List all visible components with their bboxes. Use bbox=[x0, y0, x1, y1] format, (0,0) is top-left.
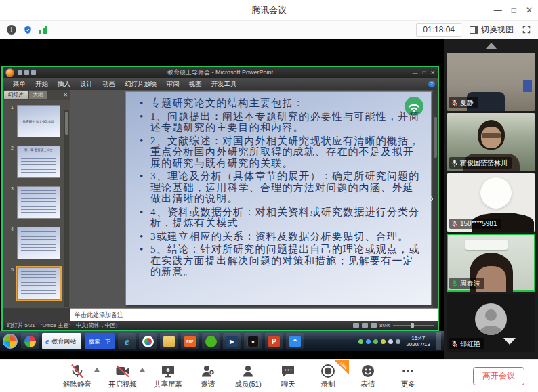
ppt-close-button[interactable]: ✕ bbox=[430, 70, 435, 76]
video-options-caret[interactable] bbox=[140, 368, 145, 372]
editor-scrollbar[interactable] bbox=[433, 90, 438, 308]
participant-name-badge: 霍俊国嵆嵆林川 bbox=[449, 157, 512, 169]
panel-close-icon[interactable]: ✕ bbox=[63, 92, 68, 98]
meeting-info-icon[interactable]: i bbox=[7, 25, 16, 35]
participants-sidebar: 夏静 霍俊国嵆嵆林川 150****5981 bbox=[444, 39, 538, 359]
view-normal-icon[interactable] bbox=[353, 323, 359, 328]
ribbon-tab-menu[interactable]: 菜单 bbox=[8, 79, 30, 90]
meeting-bottom-toolbar: 解除静音 开启视频 共享屏幕 邀请 成员(51) 聊天 录制 New bbox=[0, 359, 538, 392]
scroll-up-arrow-icon[interactable] bbox=[485, 43, 497, 49]
volume-tray-icon[interactable] bbox=[388, 339, 393, 344]
participant-tile-5[interactable]: 邵红艳 bbox=[447, 294, 535, 352]
ppt-ribbon-tabs: 菜单 开始 插入 设计 动画 幻灯片放映 审阅 视图 开发工具 ? bbox=[3, 78, 438, 90]
wifi-tray-icon[interactable] bbox=[358, 339, 363, 344]
security-shield-icon[interactable] bbox=[23, 25, 33, 35]
ribbon-tab-insert[interactable]: 插入 bbox=[53, 79, 75, 90]
ribbon-tab-view[interactable]: 视图 bbox=[184, 79, 207, 90]
unmute-button[interactable]: 解除静音 bbox=[62, 363, 92, 389]
browser-task-item[interactable]: e 教育网站 bbox=[42, 333, 81, 349]
network-tray-icon[interactable] bbox=[396, 339, 400, 344]
search-task-button[interactable]: 搜索一下 bbox=[85, 333, 115, 349]
slide-thumbnail-3[interactable] bbox=[17, 186, 60, 219]
record-button[interactable]: 录制 New bbox=[313, 363, 343, 389]
slide-thumbnail-1[interactable]: 教育硕士 论文指导会议 bbox=[17, 105, 60, 137]
ppt-minimize-button[interactable]: — bbox=[412, 70, 417, 76]
system-tray: 15:47 2020/7/13 bbox=[358, 332, 441, 350]
ribbon-tab-home[interactable]: 开始 bbox=[30, 79, 53, 90]
ribbon-tab-design[interactable]: 设计 bbox=[75, 79, 98, 90]
fullscreen-icon[interactable] bbox=[522, 25, 531, 35]
panel-tab-slides[interactable]: 幻灯片 bbox=[4, 91, 28, 99]
tencent-meeting-taskbar-icon[interactable]: ⌃ bbox=[286, 333, 304, 349]
clock-time: 15:47 bbox=[406, 335, 430, 341]
slide-number: 4 bbox=[11, 227, 15, 259]
notes-pane[interactable]: 单击此处添加备注 bbox=[70, 308, 438, 321]
scroll-down-arrow-icon[interactable] bbox=[503, 338, 516, 345]
ppt-restore-button[interactable]: □ bbox=[422, 70, 426, 76]
colorful-app-icon[interactable] bbox=[21, 333, 39, 349]
bluetooth-tray-icon[interactable] bbox=[366, 339, 371, 344]
folder-icon[interactable] bbox=[160, 333, 178, 349]
zoom-level: 80% bbox=[379, 322, 390, 328]
participant-tile-4-speaking[interactable]: 周春波 bbox=[447, 234, 535, 292]
taskbar-clock[interactable]: 15:47 2020/7/13 bbox=[406, 335, 430, 347]
close-button[interactable]: ✕ bbox=[526, 5, 533, 15]
video-player-icon[interactable]: ▶ bbox=[223, 333, 241, 349]
slide-thumbnail-2[interactable]: 第一章 教育硕士论文 bbox=[17, 146, 60, 178]
pdf-app-icon[interactable]: PDF bbox=[181, 333, 199, 349]
windows-start-button[interactable] bbox=[3, 334, 18, 349]
meeting-topbar: i 01:18:04 切换视图 bbox=[0, 20, 538, 39]
more-button[interactable]: 更多 bbox=[393, 363, 423, 389]
mic-muted-icon bbox=[451, 340, 458, 348]
ribbon-tab-review[interactable]: 审阅 bbox=[162, 79, 184, 90]
invite-button[interactable]: 邀请 bbox=[193, 363, 223, 389]
panel-scrollbar[interactable] bbox=[64, 110, 69, 307]
participant-tile-1[interactable]: 夏静 bbox=[447, 53, 535, 111]
zoom-slider[interactable] bbox=[393, 325, 434, 326]
status-slide-count: 幻灯片 5/21 bbox=[7, 322, 35, 329]
chat-bubble-icon bbox=[280, 363, 296, 379]
record-icon bbox=[320, 363, 336, 379]
update-tray-icon[interactable] bbox=[381, 339, 386, 344]
meeting-timer: 01:18:04 bbox=[416, 23, 461, 37]
slide-thumbnail-5-current[interactable] bbox=[17, 267, 60, 300]
mic-muted-icon bbox=[451, 99, 458, 107]
ie-browser-icon[interactable]: e bbox=[118, 333, 136, 349]
browser-e-icon: e bbox=[45, 336, 49, 347]
start-video-button[interactable]: 开启视频 bbox=[108, 363, 138, 389]
powerpoint-taskbar-icon[interactable]: P bbox=[265, 333, 283, 349]
meeting-content: 教育硕士导师会 - Microsoft PowerPoint — □ ✕ 菜单 … bbox=[0, 39, 538, 359]
ppt-help-icon[interactable]: ? bbox=[428, 81, 435, 87]
minimize-button[interactable]: — bbox=[494, 5, 502, 15]
slide-bullet: 专题研究论文的结构主要包括： bbox=[140, 97, 423, 109]
panel-tab-outline[interactable]: 大纲 bbox=[29, 91, 47, 99]
participant-name-badge: 夏静 bbox=[449, 97, 478, 108]
share-screen-button[interactable]: 共享屏幕 bbox=[153, 363, 183, 389]
switch-view-button[interactable]: 切换视图 bbox=[470, 24, 514, 36]
slide-thumbnail-4[interactable] bbox=[17, 227, 60, 259]
slide-bullet: 5、结论：针对所研究的问题提出自己的理论或观点，或在实践方面提出解决问题的对策和… bbox=[140, 244, 423, 278]
green-app-icon[interactable] bbox=[202, 333, 220, 349]
window-title: 腾讯会议 bbox=[251, 4, 287, 16]
members-button[interactable]: 成员(51) bbox=[233, 363, 263, 389]
media-app-icon[interactable] bbox=[139, 333, 157, 349]
chat-button[interactable]: 聊天 bbox=[273, 363, 303, 389]
ribbon-tab-animation[interactable]: 动画 bbox=[98, 79, 120, 90]
ribbon-tab-developer[interactable]: 开发工具 bbox=[207, 79, 242, 90]
emoji-button[interactable]: 表情 bbox=[353, 363, 383, 389]
leave-meeting-button[interactable]: 离开会议 bbox=[473, 367, 524, 385]
mic-options-caret[interactable] bbox=[94, 368, 100, 372]
slide-number: 1 bbox=[11, 105, 15, 137]
view-slideshow-icon[interactable] bbox=[371, 323, 377, 328]
participant-tile-3[interactable]: 150****5981 bbox=[447, 173, 535, 232]
maximize-button[interactable]: □ bbox=[512, 5, 516, 15]
shared-screen: 教育硕士导师会 - Microsoft PowerPoint — □ ✕ 菜单 … bbox=[0, 39, 444, 359]
camera-app-icon[interactable]: ● bbox=[244, 333, 262, 349]
participant-name-badge: 周春波 bbox=[449, 278, 484, 289]
view-sorter-icon[interactable] bbox=[362, 323, 368, 328]
show-desktop-button[interactable] bbox=[436, 332, 441, 350]
antivirus-tray-icon[interactable] bbox=[373, 339, 378, 344]
participant-tile-2[interactable]: 霍俊国嵆嵆林川 bbox=[447, 113, 535, 171]
slides-panel: 幻灯片 大纲 ✕ 1 教育硕士 论文指导会议 2 第一章 教育硕士论文 bbox=[3, 90, 70, 308]
ribbon-tab-slideshow[interactable]: 幻灯片放映 bbox=[120, 79, 162, 90]
